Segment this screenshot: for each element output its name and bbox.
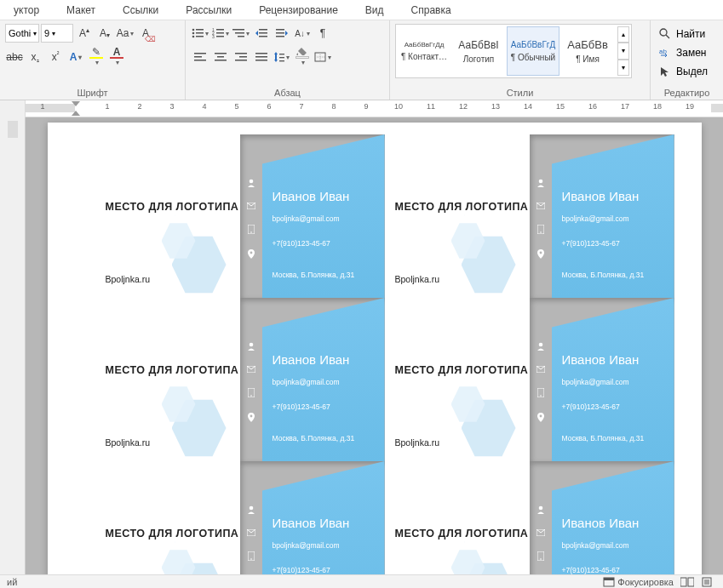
svg-rect-74 (680, 578, 686, 586)
bullets-button[interactable] (191, 24, 209, 43)
outdent-button[interactable] (252, 24, 271, 43)
subscript-button[interactable]: x₂ (26, 48, 44, 66)
find-button[interactable]: Найти (659, 26, 708, 43)
user-icon (537, 179, 545, 187)
indent-marker-bottom[interactable] (72, 111, 80, 116)
svg-point-51 (539, 252, 542, 254)
show-marks-button[interactable]: ¶ (313, 24, 332, 43)
contact-phone: +7(910)123-45-67 (562, 402, 620, 411)
highlight-button[interactable]: ✎ (87, 48, 106, 66)
font-name-select[interactable]: Gothi▾ (5, 24, 39, 43)
font-size-select[interactable]: 9▾ (41, 24, 73, 43)
text-effects-button[interactable]: A (66, 48, 85, 66)
group-label-styles: Стили (395, 86, 645, 98)
card-front[interactable]: МЕСТО ДЛЯ ЛОГОТИПАBpoljnka.ru (385, 461, 530, 574)
align-left-button[interactable] (191, 48, 209, 66)
shading-button[interactable] (293, 48, 312, 66)
site-text: Bpoljnka.ru (106, 437, 151, 448)
svg-text:3: 3 (212, 34, 215, 38)
superscript-button[interactable]: x² (46, 48, 65, 66)
user-icon (247, 505, 255, 514)
view-read-button[interactable] (680, 577, 694, 587)
pin-icon (537, 413, 544, 422)
strike-button[interactable]: abc (5, 48, 24, 66)
select-button[interactable]: Выдел (659, 63, 708, 80)
contact-email: bpoljnka@gmail.com (273, 541, 340, 550)
card-back[interactable]: Иванов Иванbpoljnka@gmail.com+7(910)123-… (530, 461, 674, 574)
svg-rect-28 (239, 56, 247, 58)
svg-point-52 (249, 343, 253, 347)
pin-icon (537, 249, 544, 259)
vertical-ruler[interactable] (0, 117, 26, 574)
user-icon (247, 179, 255, 187)
tab-help[interactable]: Справка (398, 0, 465, 20)
card-back[interactable]: Иванов Иванbpoljnka@gmail.com+7(910)123-… (240, 461, 385, 574)
svg-rect-16 (259, 32, 267, 34)
contact-phone: +7(910)123-45-67 (562, 566, 620, 574)
shrink-font-button[interactable]: A▾ (95, 24, 114, 43)
multilevel-button[interactable] (232, 24, 250, 43)
tab-review[interactable]: Рецензирование (245, 0, 352, 20)
svg-point-57 (538, 343, 542, 347)
ruler-area: 112345678910111213141516171819 (0, 100, 723, 117)
change-case-button[interactable]: Aa (116, 24, 135, 43)
style-item-0[interactable]: АаБбВвГгДд¶ Контакт… (398, 26, 450, 76)
pin-icon (248, 413, 255, 422)
card-pair: МЕСТО ДЛЯ ЛОГОТИПАBpoljnka.ruИванов Иван… (385, 298, 674, 461)
line-spacing-button[interactable] (273, 48, 291, 66)
card-back[interactable]: Иванов Иванbpoljnka@gmail.com+7(910)123-… (530, 298, 674, 461)
svg-rect-34 (279, 57, 284, 58)
tab-layout[interactable]: Макет (53, 0, 109, 20)
mail-icon (247, 366, 255, 373)
pin-icon (248, 249, 255, 259)
contact-addr: Москва, Б.Полянка, д.31 (562, 271, 645, 279)
card-front[interactable]: МЕСТО ДЛЯ ЛОГОТИПАBpoljnka.ru (95, 134, 240, 298)
svg-rect-5 (196, 36, 204, 37)
status-bar: ий Фокусировка (0, 574, 723, 588)
card-back[interactable]: Иванов Иванbpoljnka@gmail.com+7(910)123-… (240, 134, 385, 298)
justify-button[interactable] (252, 48, 271, 66)
indent-button[interactable] (273, 24, 291, 43)
style-item-1[interactable]: АаБбВвІЛоготип (452, 26, 505, 76)
font-color-button[interactable]: A (107, 48, 126, 66)
horizontal-ruler[interactable]: 112345678910111213141516171819 (26, 100, 723, 117)
clear-formatting-button[interactable]: A⌫ (136, 24, 155, 43)
svg-rect-21 (194, 53, 206, 54)
focus-mode-button[interactable]: Фокусировка (603, 577, 674, 587)
numbering-button[interactable]: 123 (211, 24, 230, 43)
contact-name: Иванов Иван (562, 516, 640, 530)
tab-links[interactable]: Ссылки (109, 0, 172, 20)
svg-rect-3 (196, 32, 204, 34)
phone-icon (248, 551, 255, 561)
mail-icon (247, 529, 255, 536)
style-item-3[interactable]: АаБбВв¶ Имя (561, 26, 614, 76)
logo-placeholder-text: МЕСТО ДЛЯ ЛОГОТИПА (395, 364, 529, 376)
card-back[interactable]: Иванов Иванbpoljnka@gmail.com+7(910)123-… (240, 298, 385, 461)
view-print-button[interactable] (701, 577, 713, 587)
styles-scroll[interactable]: ▴▾▾ (617, 26, 629, 76)
replace-button[interactable]: abЗамен (659, 44, 708, 61)
tab-mailings[interactable]: Рассылки (172, 0, 245, 20)
align-right-button[interactable] (232, 48, 250, 66)
logo-placeholder-text: МЕСТО ДЛЯ ЛОГОТИПА (106, 201, 239, 213)
sort-button[interactable]: A↓ (293, 24, 312, 43)
tab-constructor[interactable]: уктор (0, 0, 53, 20)
borders-button[interactable] (313, 48, 332, 66)
card-front[interactable]: МЕСТО ДЛЯ ЛОГОТИПАBpoljnka.ru (95, 298, 240, 461)
align-center-button[interactable] (211, 48, 230, 66)
indent-marker-top[interactable] (72, 101, 80, 106)
card-pair: МЕСТО ДЛЯ ЛОГОТИПАBpoljnka.ruИванов Иван… (95, 134, 385, 298)
tab-view[interactable]: Вид (352, 0, 398, 20)
style-item-2[interactable]: АаБбВвГгД¶ Обычный (507, 26, 559, 76)
cards-grid: МЕСТО ДЛЯ ЛОГОТИПАBpoljnka.ruИванов Иван… (95, 134, 674, 574)
card-front[interactable]: МЕСТО ДЛЯ ЛОГОТИПАBpoljnka.ru (385, 134, 530, 298)
grow-font-button[interactable]: A▴ (75, 24, 94, 43)
card-front[interactable]: МЕСТО ДЛЯ ЛОГОТИПАBpoljnka.ru (385, 298, 530, 461)
card-front[interactable]: МЕСТО ДЛЯ ЛОГОТИПАBpoljnka.ru (95, 461, 240, 574)
card-back[interactable]: Иванов Иванbpoljnka@gmail.com+7(910)123-… (530, 134, 674, 298)
styles-gallery[interactable]: АаБбВвГгДд¶ Контакт…АаБбВвІЛоготипАаБбВв… (395, 24, 632, 78)
contact-phone: +7(910)123-45-67 (273, 402, 330, 411)
page[interactable]: МЕСТО ДЛЯ ЛОГОТИПАBpoljnka.ruИванов Иван… (48, 123, 702, 574)
svg-rect-7 (216, 29, 224, 31)
svg-rect-26 (215, 60, 227, 61)
